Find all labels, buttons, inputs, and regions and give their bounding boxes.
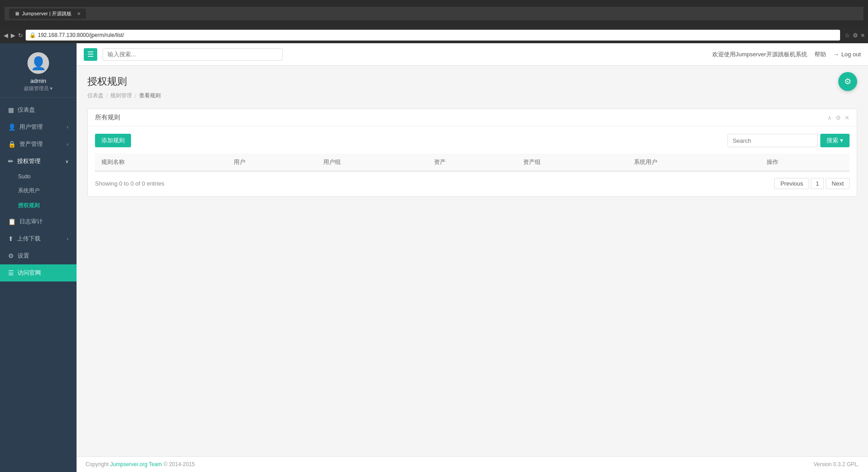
search-area: 搜索 ▾ (728, 134, 850, 147)
logout-label: Log out (841, 51, 861, 58)
previous-button[interactable]: Previous (774, 178, 809, 189)
sidebar-user: 👤 admin 超级管理员 ▾ (0, 43, 77, 98)
add-rule-button[interactable]: 添加规则 (95, 134, 131, 147)
chevron-right-icon: ‹ (67, 125, 68, 130)
sidebar-item-web-access[interactable]: ☰ 访问官网 (0, 264, 77, 281)
table-head: 规则名称 用户 用户组 资产 资产组 系统用户 操作 (95, 154, 850, 171)
hamburger-icon: ☰ (87, 50, 94, 59)
role-arrow-icon: ▾ (50, 86, 53, 91)
card-title: 所有规则 (95, 113, 120, 122)
main-card: 所有规则 ∧ ⚙ ✕ 添加规则 搜索 ▾ (87, 109, 857, 197)
menu-icon[interactable]: ≡ (861, 32, 864, 39)
current-page: 1 (811, 178, 824, 189)
refresh-icon[interactable]: ↻ (18, 32, 23, 39)
sidebar-item-label: 仪表盘 (18, 106, 35, 114)
breadcrumb-dashboard[interactable]: 仪表盘 (87, 92, 104, 100)
users-icon: 👤 (8, 123, 16, 131)
help-link[interactable]: 帮助 (814, 50, 826, 59)
back-icon[interactable]: ◀ (4, 32, 8, 39)
chevron-right-icon: ‹ (67, 236, 68, 241)
card-settings-icon[interactable]: ⚙ (836, 114, 841, 121)
sub-item-label: Sudo (18, 173, 31, 180)
footer: Copyright Jumpserver.org Team © 2014-201… (77, 456, 868, 472)
lock-icon: 🔒 (8, 141, 16, 148)
extensions-icon[interactable]: ⚙ (853, 32, 858, 39)
hamburger-button[interactable]: ☰ (84, 48, 97, 61)
sidebar-item-label: 上传下载 (17, 235, 41, 243)
sidebar-item-label: 资产管理 (19, 140, 43, 148)
sidebar-item-perm-mgmt[interactable]: ✏ 授权管理 ∨ (0, 153, 77, 170)
chevron-down-icon: ∨ (65, 159, 68, 164)
tab-close-icon[interactable]: ✕ (77, 11, 81, 16)
breadcrumb-sep: / (106, 93, 108, 99)
sidebar-item-label: 用户管理 (19, 123, 43, 131)
user-role[interactable]: 超级管理员 ▾ (24, 85, 53, 92)
sub-item-label: 授权规则 (18, 202, 40, 209)
welcome-text: 欢迎使用Jumpserver开源跳板机系统 (712, 50, 807, 59)
sidebar-nav: ▦ 仪表盘 👤 用户管理 ‹ 🔒 资产管理 ‹ ✏ 授权管理 ∨ Sudo (0, 98, 77, 472)
logout-button[interactable]: → Log out (833, 51, 861, 58)
header-right: 欢迎使用Jumpserver开源跳板机系统 帮助 → Log out (712, 50, 861, 59)
fab-icon: ⚙ (844, 77, 851, 86)
breadcrumb-sep2: / (135, 93, 136, 99)
table-search-input[interactable] (728, 134, 818, 147)
sidebar-item-label: 日志审计 (19, 218, 43, 226)
address-bar-row: ◀ ▶ ↻ 🔒 192.168.77.130:8000/jperm/rule/l… (0, 27, 868, 43)
forward-icon[interactable]: ▶ (11, 32, 15, 39)
card-header: 所有规则 ∧ ⚙ ✕ (88, 109, 857, 127)
breadcrumb-current: 查看规则 (139, 92, 161, 100)
sidebar-item-label: 授权管理 (17, 157, 41, 165)
logout-icon: → (833, 51, 839, 58)
sidebar-item-user-mgmt[interactable]: 👤 用户管理 ‹ (0, 118, 77, 136)
avatar: 👤 (27, 52, 49, 74)
search-button[interactable]: 搜索 ▾ (820, 134, 850, 147)
pagination-buttons: Previous 1 Next (774, 178, 850, 189)
card-close-icon[interactable]: ✕ (845, 114, 850, 121)
upload-icon: ⬆ (8, 235, 14, 242)
col-action: 操作 (760, 154, 850, 171)
browser-tab[interactable]: 🖥 Jumpserver | 开源跳板 ✕ (9, 9, 86, 19)
pagination-row: Showing 0 to 0 of 0 entries Previous 1 N… (95, 178, 850, 189)
card-body: 添加规则 搜索 ▾ 规则名称 用户 用户组 资产 (88, 127, 857, 196)
sidebar-item-dashboard[interactable]: ▦ 仪表盘 (0, 101, 77, 118)
sidebar-subitem-auth-rule[interactable]: 授权规则 (0, 198, 77, 213)
col-user-group: 用户组 (317, 154, 428, 171)
col-user: 用户 (227, 154, 316, 171)
footer-copyright: Copyright Jumpserver.org Team © 2014-201… (86, 461, 195, 467)
breadcrumb-rule-mgmt[interactable]: 规则管理 (110, 92, 132, 100)
settings-icon: ⚙ (8, 252, 14, 259)
top-header: ☰ 欢迎使用Jumpserver开源跳板机系统 帮助 → Log out (77, 43, 868, 66)
perm-icon: ✏ (8, 158, 14, 165)
sidebar-item-settings[interactable]: ⚙ 设置 (0, 247, 77, 264)
chevron-right-icon: ‹ (67, 142, 68, 147)
url-text: 192.168.77.130:8000/jperm/rule/list/ (38, 32, 124, 38)
bookmark-icon[interactable]: ☆ (845, 32, 850, 39)
next-button[interactable]: Next (826, 178, 850, 189)
sidebar-subitem-sudo[interactable]: Sudo (0, 170, 77, 183)
entries-count: Showing 0 to 0 of 0 entries (95, 180, 164, 187)
col-rule-name: 规则名称 (95, 154, 227, 171)
web-icon: ☰ (8, 269, 14, 277)
collapse-icon[interactable]: ∧ (827, 114, 832, 121)
col-system-user: 系统用户 (628, 154, 760, 171)
toolbar: 添加规则 搜索 ▾ (95, 134, 850, 147)
fab-button[interactable]: ⚙ (838, 72, 857, 91)
sidebar-item-log-audit[interactable]: 📋 日志审计 (0, 213, 77, 230)
footer-version: Version 0.3.2 GPL. (814, 461, 859, 467)
sidebar-item-upload-download[interactable]: ⬆ 上传下载 ‹ (0, 230, 77, 247)
sub-item-label: 系统用户 (18, 187, 40, 195)
sidebar-item-asset-mgmt[interactable]: 🔒 资产管理 ‹ (0, 136, 77, 153)
sidebar-subitem-system-user[interactable]: 系统用户 (0, 183, 77, 198)
rules-table: 规则名称 用户 用户组 资产 资产组 系统用户 操作 (95, 154, 850, 172)
table-header-row: 规则名称 用户 用户组 资产 资产组 系统用户 操作 (95, 154, 850, 171)
tab-label: Jumpserver | 开源跳板 (22, 10, 72, 17)
address-bar[interactable]: 🔒 192.168.77.130:8000/jperm/rule/list/ (26, 30, 840, 41)
main-content: 授权规则 仪表盘 / 规则管理 / 查看规则 所有规则 ∧ ⚙ ✕ (77, 66, 868, 456)
global-search-input[interactable] (103, 48, 283, 61)
card-actions: ∧ ⚙ ✕ (827, 114, 850, 121)
username: admin (30, 77, 46, 84)
tab-favicon: 🖥 (14, 11, 19, 16)
dashboard-icon: ▦ (8, 106, 14, 113)
footer-link[interactable]: Jumpserver.org Team (110, 461, 162, 467)
sidebar: 👤 admin 超级管理员 ▾ ▦ 仪表盘 👤 用户管理 ‹ 🔒 资产管理 ‹ (0, 43, 77, 472)
